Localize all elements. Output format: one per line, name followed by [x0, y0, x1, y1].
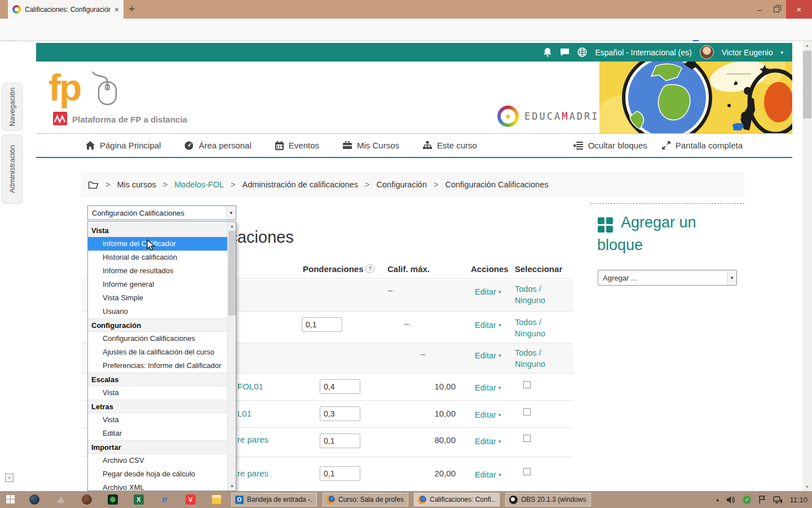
taskbar-button-obs[interactable]: OBS 20.1.3 (windows... [505, 493, 591, 506]
breadcrumb-modelos-fol[interactable]: Modelos-FOL [174, 180, 224, 189]
weight-input[interactable] [320, 466, 360, 481]
scroll-up-icon[interactable]: ▲ [802, 41, 812, 50]
breadcrumb-mis-cursos[interactable]: Mis cursos [117, 180, 156, 189]
page-scrollbar[interactable]: ▲ ▼ [802, 41, 812, 491]
dropdown-option-configuracion-calificaciones[interactable]: Configuración Calificaciones [88, 332, 227, 345]
language-selector[interactable]: Español - Internacional (es) [595, 48, 691, 57]
dropdown-option-letras-editar[interactable]: Editar [88, 427, 227, 440]
action-center-flag-icon[interactable] [758, 496, 766, 503]
excel-icon[interactable]: X [134, 494, 144, 505]
dropdown-option-ajustes-curso[interactable]: Ajustes de la calificación del curso [88, 345, 227, 359]
window-restore-button[interactable] [768, 0, 785, 19]
editar-menu[interactable]: Editar ▾ [475, 410, 501, 419]
quicklaunch-faint-icon[interactable] [56, 494, 66, 505]
dropdown-option-vista-simple[interactable]: Vista Simple [88, 291, 227, 305]
weight-input[interactable] [320, 433, 360, 448]
weight-input[interactable] [320, 379, 360, 394]
scroll-down-icon[interactable]: ▼ [228, 482, 236, 491]
dropdown-option-informe-del-calificador[interactable]: Informe del Calificador [88, 237, 227, 251]
fullscreen-button[interactable]: Pantalla completa [662, 141, 743, 150]
dropdown-scrollbar[interactable]: ▲ ▼ [227, 222, 236, 491]
fp-logo[interactable]: fp [48, 66, 80, 109]
dropdown-option-letras-vista[interactable]: Vista [88, 413, 227, 427]
nav-item-este-curso[interactable]: Este curso [423, 141, 477, 150]
folder-icon[interactable] [88, 181, 99, 189]
quicklaunch-green-app-icon[interactable] [108, 494, 118, 505]
dropdown-option-pegar-hoja[interactable]: Pegar desde hoja de cálculo [88, 467, 227, 481]
hide-blocks-button[interactable]: Ocultar bloques [573, 141, 647, 150]
grade-item-link[interactable]: re pares [237, 468, 268, 478]
start-button[interactable] [6, 495, 15, 504]
docked-administracion-tab[interactable]: Administración [2, 134, 23, 204]
notifications-bell-icon[interactable] [543, 47, 552, 57]
select-all-none[interactable]: Todos /Ninguno [515, 347, 545, 370]
editar-menu[interactable]: Editar ▾ [475, 287, 501, 296]
window-minimize-button[interactable]: – [751, 0, 768, 19]
taskbar-button-firefox-calificaciones[interactable]: Calificaciones: Confi... [414, 493, 500, 506]
scroll-up-icon[interactable]: ▲ [228, 222, 236, 230]
select-all-none[interactable]: Todos /Ninguno [515, 317, 545, 339]
row-checkbox[interactable] [523, 435, 531, 442]
outlook-icon: O [235, 496, 244, 504]
language-globe-icon[interactable] [577, 47, 587, 57]
browser-tab[interactable]: Calificaciones: Configuración × [8, 0, 123, 19]
help-icon[interactable]: ? [365, 264, 374, 273]
educamadrid-logo[interactable]: EDUCAMADRID [497, 106, 607, 127]
user-avatar[interactable] [700, 45, 714, 59]
grade-item-link[interactable]: re pares [237, 435, 268, 444]
add-block-select[interactable]: Agregar ... ▾ [598, 270, 737, 286]
breadcrumb-configuracion[interactable]: Configuración [377, 180, 427, 189]
breadcrumb-administracion[interactable]: Administración de calificaciones [242, 180, 359, 189]
grade-item-link[interactable]: L01 [237, 409, 251, 418]
tray-expand-icon[interactable]: ▲ [716, 497, 720, 502]
show-block-drawer-icon[interactable]: » [5, 474, 14, 482]
grade-item-link[interactable]: FOL01 [237, 382, 263, 391]
internet-explorer-icon[interactable]: e [160, 494, 170, 505]
dropdown-option-preferencias[interactable]: Preferencias: Informe del Calificador [88, 359, 227, 373]
quicklaunch-browser-icon[interactable] [29, 494, 39, 505]
network-icon[interactable] [773, 496, 782, 503]
vivaldi-icon[interactable]: V [186, 494, 196, 505]
nav-item-eventos[interactable]: Eventos [275, 141, 319, 150]
docked-navegacion-tab[interactable]: Navegación [2, 83, 23, 131]
weight-input[interactable] [302, 317, 342, 332]
file-explorer-icon[interactable] [211, 494, 222, 505]
volume-icon[interactable] [727, 496, 735, 503]
quicklaunch-brown-icon[interactable] [82, 494, 92, 505]
nav-item-pagina-principal[interactable]: Página Principal [86, 141, 161, 150]
nav-item-mis-cursos[interactable]: Mis Cursos [343, 141, 399, 150]
row-checkbox[interactable] [523, 381, 531, 388]
editar-menu[interactable]: Editar ▾ [475, 470, 501, 479]
scrollbar-thumb[interactable] [228, 231, 236, 316]
grader-nav-select[interactable]: Configuración Calificaciones ▾ [87, 205, 236, 220]
editar-menu[interactable]: Editar ▾ [475, 383, 501, 392]
dropdown-option-archivo-csv[interactable]: Archivo CSV [88, 454, 227, 467]
dropdown-option-informe-resultados[interactable]: Informe de resultados [88, 264, 227, 278]
taskbar-clock[interactable]: 11:10 [789, 496, 807, 504]
row-checkbox[interactable] [523, 468, 531, 475]
antivirus-tray-icon[interactable]: ✓ [743, 496, 751, 504]
editar-menu[interactable]: Editar ▾ [475, 351, 501, 360]
select-all-none[interactable]: Todos /Ninguno [515, 283, 545, 306]
weight-input[interactable] [320, 406, 360, 421]
user-menu[interactable]: Victor Eugenio [722, 48, 773, 57]
scrollbar-thumb[interactable] [803, 51, 811, 119]
taskbar-button-firefox-curso[interactable]: Curso: Sala de profes... [323, 493, 408, 506]
window-close-button[interactable]: × [786, 0, 812, 19]
scroll-down-icon[interactable]: ▼ [802, 483, 812, 491]
col-header-ponderaciones: Ponderaciones [303, 264, 364, 274]
editar-menu[interactable]: Editar ▾ [475, 437, 501, 446]
dropdown-option-archivo-xml[interactable]: Archivo XML [88, 481, 227, 491]
dropdown-option-usuario[interactable]: Usuario [88, 305, 227, 318]
new-tab-button[interactable]: + [129, 3, 135, 15]
tab-close-icon[interactable]: × [114, 5, 119, 14]
messages-icon[interactable] [560, 48, 570, 56]
user-menu-chevron-icon[interactable]: ▾ [780, 50, 783, 55]
dropdown-option-historial[interactable]: Historial de calificación [88, 251, 227, 264]
dropdown-option-informe-general[interactable]: Informe general [88, 278, 227, 291]
dropdown-option-escalas-vista[interactable]: Vista [88, 386, 227, 400]
taskbar-button-outlook[interactable]: O Bandeja de entrada -... [231, 493, 317, 506]
editar-menu[interactable]: Editar ▾ [475, 321, 501, 330]
row-checkbox[interactable] [523, 408, 531, 415]
nav-item-area-personal[interactable]: Área personal [184, 141, 251, 150]
